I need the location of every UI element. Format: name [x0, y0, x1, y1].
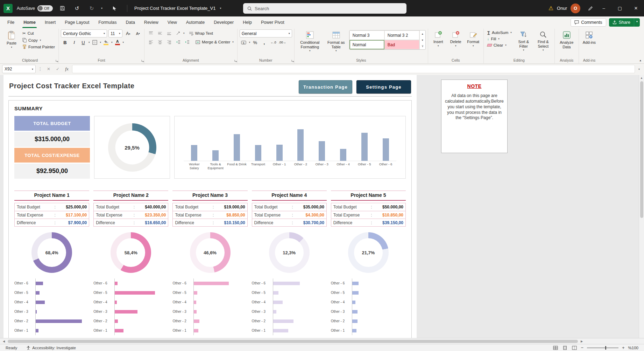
- mouse-mode-button[interactable]: [109, 3, 120, 14]
- italic-button[interactable]: I: [70, 39, 78, 46]
- font-dialog-launcher[interactable]: [141, 59, 144, 62]
- tab-power-pivot[interactable]: Power Pivot: [256, 16, 289, 28]
- redo-button[interactable]: ↻: [86, 3, 97, 14]
- transaction-page-button[interactable]: Transaction Page: [299, 80, 352, 94]
- scroll-left-icon[interactable]: ◀: [1, 340, 6, 343]
- alignment-dialog-launcher[interactable]: [234, 59, 237, 62]
- align-right-button[interactable]: [165, 38, 173, 46]
- bold-button[interactable]: B: [61, 39, 69, 46]
- horizontal-scroll-thumb[interactable]: [8, 340, 578, 343]
- maximize-button[interactable]: ▢: [612, 0, 628, 16]
- format-as-table-button[interactable]: Format as Table ▾: [325, 29, 348, 53]
- sort-filter-button[interactable]: Sort & Filter ▾: [515, 29, 533, 52]
- confirm-entry-button[interactable]: ✓: [54, 65, 62, 73]
- settings-page-button[interactable]: Settings Page: [356, 80, 411, 94]
- addins-button[interactable]: Add-ins: [581, 29, 597, 46]
- share-button[interactable]: Share: [609, 18, 634, 27]
- tab-page-layout[interactable]: Page Layout: [60, 16, 94, 28]
- name-box[interactable]: X92▾: [2, 65, 36, 73]
- underline-button[interactable]: U: [79, 39, 87, 46]
- zoom-out-button[interactable]: −: [581, 345, 583, 350]
- align-center-button[interactable]: [156, 38, 164, 46]
- align-bottom-button[interactable]: [165, 29, 173, 37]
- styles-scroll-down-icon[interactable]: ▼: [420, 37, 425, 43]
- zoom-slider[interactable]: [587, 347, 618, 348]
- tab-insert[interactable]: Insert: [40, 16, 60, 28]
- zoom-level[interactable]: %100: [628, 346, 638, 350]
- font-color-button[interactable]: A: [113, 39, 122, 46]
- styles-more-icon[interactable]: ⊽: [420, 43, 425, 49]
- accounting-chevron-icon[interactable]: ▾: [249, 41, 250, 44]
- align-top-button[interactable]: [147, 29, 155, 37]
- borders-button[interactable]: [91, 39, 99, 46]
- close-button[interactable]: ✕: [628, 0, 644, 16]
- decrease-indent-button[interactable]: [174, 38, 182, 46]
- zoom-in-button[interactable]: +: [622, 345, 625, 350]
- normal-view-button[interactable]: [552, 345, 558, 350]
- quick-access-chevron-icon[interactable]: ▾: [101, 7, 105, 10]
- cut-button[interactable]: ✂Cut: [21, 30, 56, 36]
- find-select-button[interactable]: Find & Select ▾: [534, 29, 552, 52]
- tab-help[interactable]: Help: [238, 16, 256, 28]
- align-left-button[interactable]: [147, 38, 155, 46]
- comments-button[interactable]: Comments: [571, 18, 606, 27]
- excel-logo-icon[interactable]: X: [3, 4, 13, 13]
- inking-button[interactable]: [585, 3, 596, 14]
- conditional-formatting-button[interactable]: Conditional Formatting ▾: [297, 29, 323, 53]
- font-color-chevron-icon[interactable]: ▾: [123, 41, 124, 44]
- orientation-button[interactable]: [174, 29, 182, 37]
- avatar[interactable]: O: [571, 4, 580, 13]
- font-name-select[interactable]: Century Gothic▾: [61, 29, 107, 37]
- orientation-chevron-icon[interactable]: ▾: [183, 32, 185, 35]
- alert-warning-icon[interactable]: ⚠: [549, 5, 553, 12]
- style-normal-3-2[interactable]: Normal 3 2: [384, 30, 419, 40]
- delete-cells-button[interactable]: Delete ▾: [448, 29, 464, 48]
- vertical-scrollbar[interactable]: ▲: [639, 75, 644, 338]
- autosave-toggle[interactable]: Off: [37, 5, 53, 12]
- page-break-view-button[interactable]: [571, 345, 577, 350]
- clipboard-dialog-launcher[interactable]: [55, 59, 58, 62]
- tab-file[interactable]: File: [3, 16, 19, 28]
- document-title-chevron-icon[interactable]: ▾: [220, 7, 224, 10]
- format-painter-button[interactable]: Format Painter: [21, 44, 56, 50]
- insert-function-button[interactable]: fx: [63, 65, 71, 73]
- analyze-data-button[interactable]: Analyze Data: [557, 29, 576, 50]
- document-title[interactable]: Project Cost Tracker Excel Template_V1: [134, 6, 215, 11]
- wrap-text-button[interactable]: Wrap Text: [187, 30, 214, 36]
- formula-input[interactable]: [72, 65, 635, 73]
- copy-button[interactable]: Copy▾: [21, 37, 56, 43]
- undo-button[interactable]: ↺: [72, 3, 82, 14]
- underline-chevron-icon[interactable]: ▾: [89, 41, 90, 44]
- tab-view[interactable]: View: [163, 16, 182, 28]
- fill-button[interactable]: ↓Fill▾: [486, 36, 513, 42]
- borders-chevron-icon[interactable]: ▾: [100, 41, 101, 44]
- collapse-ribbon-icon[interactable]: ▴: [639, 58, 641, 62]
- number-format-select[interactable]: General▾: [240, 29, 292, 37]
- tab-developer[interactable]: Developer: [209, 16, 238, 28]
- insert-cells-button[interactable]: Insert ▾: [430, 29, 446, 48]
- tab-home[interactable]: Home: [19, 16, 40, 28]
- increase-decimal-button[interactable]: ←.0: [269, 39, 277, 46]
- comma-style-button[interactable]: ,: [260, 39, 268, 46]
- font-size-select[interactable]: 11▾: [108, 29, 122, 37]
- tab-automate[interactable]: Automate: [182, 16, 210, 28]
- format-cells-button[interactable]: Format ▾: [465, 29, 481, 48]
- styles-scroll-up-icon[interactable]: ▲: [420, 30, 425, 37]
- accounting-format-button[interactable]: $: [240, 39, 248, 46]
- align-middle-button[interactable]: [156, 29, 164, 37]
- fill-color-button[interactable]: [102, 39, 110, 46]
- scroll-right-icon[interactable]: ▶: [579, 340, 584, 343]
- tab-data[interactable]: Data: [121, 16, 139, 28]
- clear-button[interactable]: Clear▾: [486, 42, 513, 48]
- user-name[interactable]: Onur: [557, 6, 567, 11]
- minimize-button[interactable]: –: [596, 0, 612, 16]
- increase-indent-button[interactable]: [183, 38, 191, 46]
- autosave-control[interactable]: AutoSave Off: [17, 5, 53, 12]
- save-button[interactable]: [57, 3, 68, 14]
- scroll-up-icon[interactable]: ▲: [640, 75, 643, 81]
- zoom-slider-thumb[interactable]: [605, 346, 606, 350]
- formula-bar-expand-icon[interactable]: ▾: [636, 68, 642, 71]
- fill-color-chevron-icon[interactable]: ▾: [111, 41, 113, 44]
- tab-formulas[interactable]: Formulas: [94, 16, 121, 28]
- formula-bar-handle[interactable]: ⋮: [37, 67, 43, 71]
